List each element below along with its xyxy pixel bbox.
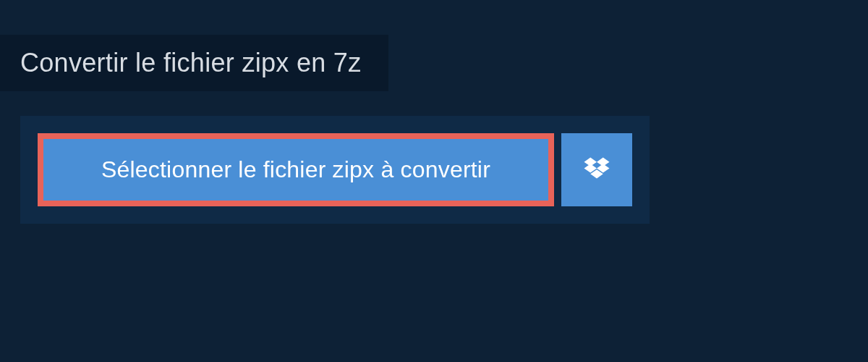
dropbox-button[interactable] (561, 133, 632, 206)
select-file-label: Sélectionner le fichier zipx à convertir (101, 156, 490, 183)
page-header: Convertir le fichier zipx en 7z (0, 35, 388, 91)
file-select-panel: Sélectionner le fichier zipx à convertir (20, 116, 650, 224)
page-title: Convertir le fichier zipx en 7z (20, 48, 361, 78)
select-file-button[interactable]: Sélectionner le fichier zipx à convertir (38, 133, 554, 206)
dropbox-icon (582, 155, 612, 185)
